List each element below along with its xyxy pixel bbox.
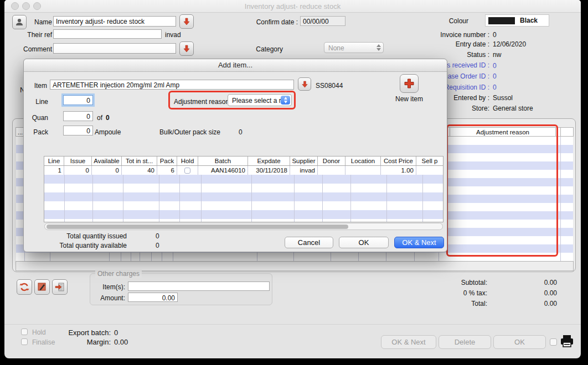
- total-quantity-available-label: Total quantity available: [35, 242, 127, 249]
- chevron-up-down-icon: [281, 96, 290, 105]
- category-select[interactable]: None: [324, 42, 384, 53]
- edit-line-button[interactable]: [34, 279, 50, 295]
- new-item-button[interactable]: [400, 74, 419, 93]
- red-down-arrow-icon: [183, 18, 190, 25]
- comment-expand-button[interactable]: [179, 41, 194, 56]
- requisition-id-value[interactable]: 0: [493, 84, 497, 91]
- line-input[interactable]: 0: [63, 95, 93, 105]
- edit-icon: [37, 282, 47, 292]
- other-charges-amount-label: Amount:: [92, 294, 125, 302]
- pack-unit: Ampoule: [95, 128, 121, 136]
- new-item-plus-icon: [404, 78, 415, 89]
- col-header-expdate[interactable]: Expdate: [248, 157, 290, 165]
- cell-tot-in-store: 40: [122, 166, 157, 175]
- name-input[interactable]: Inventory adjust- reduce stock: [53, 16, 176, 27]
- ok-button[interactable]: OK: [339, 237, 389, 248]
- category-label: Category: [248, 45, 283, 53]
- line-label: Line: [30, 98, 48, 106]
- print-button[interactable]: [559, 333, 575, 351]
- adjustment-reason-label: Adjustment reason: [174, 98, 229, 106]
- confirm-date-field[interactable]: 00/00/00: [300, 16, 345, 26]
- their-ref-label: Their ref: [18, 31, 52, 39]
- other-charges-items-input[interactable]: [128, 281, 270, 291]
- empty-stock-rows: [44, 175, 443, 222]
- window-title: Inventory adjust- reduce stock: [4, 2, 581, 11]
- col-header-available[interactable]: Available: [92, 157, 122, 165]
- sync-icon: [19, 282, 29, 292]
- subtotal-label: Subtotal:: [392, 279, 487, 286]
- cell-pack: 6: [157, 166, 177, 175]
- screen: Inventory adjust- reduce stock Name Inve…: [0, 0, 588, 365]
- total-quantity-issued-value: 0: [156, 232, 159, 240]
- col-header-donor[interactable]: Donor: [318, 157, 345, 165]
- margin-label: Margin:: [54, 338, 111, 346]
- col-header-batch[interactable]: Batch: [198, 157, 248, 165]
- item-input[interactable]: ARTEMETHER injection 20mg/ml 2ml Amp: [50, 80, 294, 90]
- their-ref-suffix: invad: [165, 31, 181, 39]
- col-header-tot-in-store[interactable]: Tot in st...: [122, 157, 157, 165]
- bulk-pack-size-value: 0: [239, 128, 243, 136]
- cancel-button[interactable]: Cancel: [285, 237, 333, 248]
- hold-checkbox[interactable]: [21, 328, 28, 335]
- col-header-hold[interactable]: Hold: [177, 157, 198, 165]
- person-icon: [15, 18, 24, 27]
- comment-input[interactable]: [53, 43, 176, 54]
- status-label: Status :: [379, 51, 489, 59]
- red-down-arrow-icon: [183, 45, 190, 53]
- subtotal-value: 0.00: [503, 279, 557, 286]
- table-column-divider: [560, 137, 561, 261]
- col-header-supplier[interactable]: Supplier: [290, 157, 318, 165]
- quan-label: Quan: [30, 114, 48, 122]
- finalise-checkbox[interactable]: [21, 338, 28, 345]
- hold-label: Hold: [32, 328, 46, 336]
- total-label: Total:: [392, 300, 487, 307]
- tax-value: 0.00: [503, 289, 557, 297]
- quan-of-value: 0: [106, 114, 110, 122]
- adjustment-reason-select[interactable]: Please select a r...: [228, 94, 292, 106]
- cell-batch: AAN146010: [198, 166, 248, 175]
- col-header-sell-price[interactable]: Sell p: [416, 157, 443, 165]
- other-charges-items-label: Item(s):: [92, 283, 125, 291]
- purchase-order-id-value[interactable]: 0: [493, 72, 497, 80]
- col-header-pack[interactable]: Pack: [157, 157, 177, 165]
- other-charges-legend: Other charges: [95, 270, 142, 278]
- tax-label: 0 % tax:: [392, 289, 487, 297]
- footer-ok-button[interactable]: OK: [493, 335, 546, 349]
- col-header-cost-price[interactable]: Cost Price: [381, 157, 416, 165]
- colour-select[interactable]: Black: [485, 14, 549, 27]
- hscrollbar-thumb[interactable]: [47, 225, 348, 229]
- quan-input[interactable]: 0: [63, 111, 93, 121]
- entry-date-value: 12/06/2020: [493, 40, 526, 48]
- export-lines-button[interactable]: [52, 279, 68, 295]
- item-code: SS08044: [316, 82, 343, 90]
- print-checkbox[interactable]: [550, 338, 557, 346]
- stock-table-header-row: Line Issue Available Tot in st... Pack H…: [44, 157, 443, 166]
- ok-and-next-button[interactable]: OK & Next: [394, 237, 444, 248]
- item-select-button[interactable]: [298, 77, 311, 91]
- other-charges-amount-input[interactable]: 0.00: [128, 293, 178, 302]
- item-label: Item: [30, 82, 47, 90]
- footer-delete-button[interactable]: Delete: [439, 335, 491, 349]
- finalise-label: Finalise: [32, 338, 55, 346]
- store-value: General store: [493, 105, 533, 112]
- name-lookup-button[interactable]: [12, 15, 27, 29]
- cell-expdate: 30/11/2018: [248, 166, 290, 175]
- col-header-location[interactable]: Location: [345, 157, 381, 165]
- stock-table-row[interactable]: 1 0 0 40 6 AAN146010 30/11/2018 invad 1.…: [44, 166, 443, 175]
- stock-table-hscrollbar[interactable]: [44, 223, 443, 230]
- name-select-button[interactable]: [179, 14, 194, 29]
- footer-ok-next-button[interactable]: OK & Next: [381, 335, 436, 349]
- new-item-label: New item: [386, 95, 432, 103]
- adjustment-reason-column-highlight: [446, 124, 558, 257]
- dialog-title: Add item...: [24, 59, 447, 72]
- adjustment-reason-value: Please select a r...: [232, 97, 286, 105]
- goods-received-id-value[interactable]: 0: [493, 62, 497, 70]
- cell-cost-price: 1.00: [381, 166, 416, 175]
- red-down-arrow-icon: [301, 81, 308, 88]
- refresh-lines-button[interactable]: [17, 279, 32, 295]
- their-ref-input[interactable]: [53, 29, 162, 39]
- pack-input[interactable]: 0: [63, 126, 93, 135]
- hold-row-checkbox[interactable]: [184, 168, 190, 174]
- col-header-line[interactable]: Line: [44, 157, 64, 165]
- col-header-issue[interactable]: Issue: [64, 157, 92, 165]
